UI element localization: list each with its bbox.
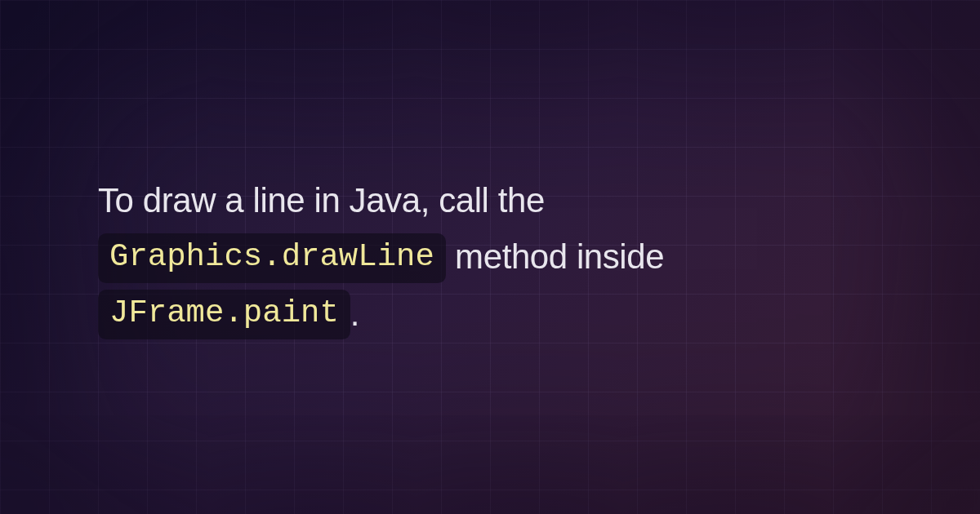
code-snippet-1: Graphics.drawLine — [98, 233, 446, 283]
text-segment-3: . — [350, 295, 359, 333]
text-segment-1: To draw a line in Java, call the — [98, 181, 545, 219]
text-segment-2: method inside — [446, 237, 664, 276]
main-text: To draw a line in Java, call the Graphic… — [98, 172, 882, 342]
code-snippet-2: JFrame.paint — [98, 290, 350, 339]
